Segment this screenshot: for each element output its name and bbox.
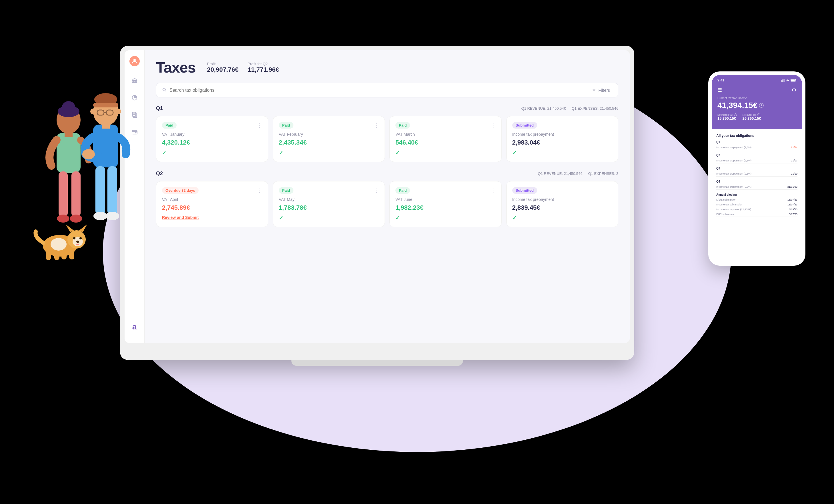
svg-rect-50: [781, 80, 782, 82]
q2-stats: Q1 REVENUE: 21,450.54€ Q1 EXPENSES: 2: [538, 171, 618, 176]
page-header: Taxes Profit 20,907.76€ Profit for Q2 11…: [156, 59, 618, 76]
net-after-tax-stat: Net after tax i 26,390.15€: [743, 113, 761, 120]
svg-rect-8: [65, 131, 72, 137]
card-header: Paid ⋮: [395, 122, 496, 129]
card-menu-icon[interactable]: ⋮: [490, 122, 496, 129]
phone-income-label: Current taxable income: [718, 96, 796, 100]
phone-tax-date-overdue: 21/04: [791, 146, 797, 149]
phone-status-icons: [781, 79, 796, 82]
phone-status-bar: 9:41: [718, 78, 796, 82]
phone-frame: 9:41 ☰ ⚙ Current taxable income 41,394.1…: [708, 71, 806, 266]
card-amount: 2,435.34€: [279, 139, 379, 146]
phone-q1: Q1 Income tax prepayment (2,3%) 21/04: [716, 140, 797, 150]
phone-income-amount: 41,394.15€ i: [718, 101, 796, 110]
svg-rect-4: [59, 171, 68, 217]
svg-point-7: [70, 215, 82, 223]
net-after-tax-label: Net after tax i: [743, 113, 761, 116]
check-icon: ✓: [279, 150, 379, 156]
phone-annual-name: EUR submission: [716, 213, 736, 216]
phone-tax-name: Income tax prepayment (2,3%): [716, 146, 751, 149]
phone-annual-row-2: Income tax submission 15/07/23: [716, 202, 797, 207]
status-badge: Paid: [395, 187, 410, 194]
card-menu-icon[interactable]: ⋮: [257, 188, 262, 194]
mobile-phone: 9:41 ☰ ⚙ Current taxable income 41,394.1…: [708, 71, 806, 266]
svg-point-34: [50, 238, 67, 250]
phone-tax-row: Income tax prepayment (2,3%) 21/01/23: [716, 184, 797, 190]
main-content: Taxes Profit 20,907.76€ Profit for Q2 11…: [145, 50, 630, 343]
card-title: VAT February: [279, 132, 379, 136]
card-amount: 546.40€: [395, 139, 496, 146]
phone-annual-date: 15/07/23: [787, 198, 797, 201]
svg-rect-52: [783, 79, 784, 82]
svg-rect-56: [791, 80, 795, 81]
q2-card-2: Paid ⋮ VAT May 1,783.78€ ✓: [273, 181, 385, 227]
q2-expenses: Q1 EXPENSES: 2: [588, 171, 619, 176]
svg-point-13: [115, 109, 121, 114]
svg-rect-23: [102, 124, 110, 129]
phone-tax-name: Income tax prepayment (2,3%): [716, 185, 751, 188]
svg-point-28: [80, 237, 82, 239]
phone-q1-label: Q1: [716, 140, 797, 144]
q2-cards-grid: Overdue 32 days ⋮ VAT April 2,745.89€ Re…: [156, 181, 618, 227]
svg-rect-32: [61, 251, 67, 259]
phone-annual-date: 15/07/23: [787, 213, 797, 216]
search-input[interactable]: [170, 88, 587, 93]
phone-screen: 9:41 ☰ ⚙ Current taxable income 41,394.1…: [712, 75, 802, 262]
info-icon-small[interactable]: i: [734, 113, 737, 116]
filter-label: Filters: [598, 88, 610, 92]
phone-menu-icon[interactable]: ☰: [718, 87, 722, 93]
q2-revenue: Q1 REVENUE: 21,450.54€: [538, 171, 582, 176]
phone-q4-label: Q4: [716, 180, 797, 183]
card-header: Paid ⋮: [279, 122, 379, 129]
search-bar: Filters: [156, 83, 618, 97]
check-icon: ✓: [395, 150, 496, 156]
phone-tax-date: 21/07: [791, 159, 797, 162]
phone-annual-name: L/S/E submission: [716, 198, 736, 201]
profit-q2-stat: Profit for Q2 11,771.96€: [248, 62, 279, 73]
phone-tax-name: Income tax prepayment (2,3%): [716, 172, 751, 175]
phone-q2: Q2 Income tax prepayment (2,3%) 21/07: [716, 154, 797, 163]
phone-q3-label: Q3: [716, 167, 797, 170]
card-title: VAT March: [395, 132, 496, 136]
card-header: Submitted: [512, 187, 613, 194]
phone-q3: Q3 Income tax prepayment (2,3%) 21/10: [716, 167, 797, 177]
phone-annual-date: 15/03/23: [787, 208, 797, 211]
phone-q2-label: Q2: [716, 154, 797, 157]
svg-point-18: [82, 149, 95, 159]
card-menu-icon[interactable]: ⋮: [374, 188, 379, 194]
phone-annual: Annual closing L/S/E submission 15/07/23…: [716, 193, 797, 217]
svg-point-12: [90, 109, 96, 114]
svg-point-21: [93, 212, 107, 220]
q1-section: Q1 Q1 REVENUE: 21,450.54€ Q1 EXPENSES: 2…: [156, 105, 618, 162]
phone-tax-row: Income tax prepayment (2,3%) 21/10: [716, 171, 797, 177]
phone-annual-label: Annual closing: [716, 193, 797, 196]
phone-annual-row-1: L/S/E submission 15/07/23: [716, 197, 797, 202]
svg-rect-55: [796, 80, 796, 81]
laptop-screen: a Taxes Profit 20,907.76€ Profit for Q2 …: [125, 50, 630, 343]
phone-gear-icon[interactable]: ⚙: [792, 87, 796, 93]
estimated-tax-stat: Estimated tax i 15,390.15€: [718, 113, 737, 120]
q2-header: Q2 Q1 REVENUE: 21,450.54€ Q1 EXPENSES: 2: [156, 171, 618, 177]
svg-point-6: [57, 215, 69, 223]
card-menu-icon[interactable]: ⋮: [257, 122, 262, 129]
income-amount-text: 41,394.15€: [718, 101, 758, 110]
svg-rect-51: [782, 80, 783, 82]
filter-button[interactable]: Filters: [590, 87, 612, 94]
q1-card-2: Paid ⋮ VAT February 2,435.34€ ✓: [273, 116, 385, 162]
card-menu-icon[interactable]: ⋮: [374, 122, 379, 129]
card-menu-icon[interactable]: ⋮: [490, 188, 496, 194]
q2-card-3: Paid ⋮ VAT June 1,982.23€ ✓: [390, 181, 502, 227]
phone-annual-date: 15/07/23: [787, 203, 797, 206]
svg-rect-30: [46, 251, 51, 260]
q1-header: Q1 Q1 REVENUE: 21,450.54€ Q1 EXPENSES: 2…: [156, 105, 618, 111]
info-icon-net[interactable]: i: [758, 113, 760, 116]
svg-point-27: [73, 237, 75, 239]
svg-rect-19: [95, 166, 105, 215]
q1-card-3: Paid ⋮ VAT March 546.40€ ✓: [390, 116, 502, 162]
info-icon[interactable]: i: [759, 103, 764, 108]
net-after-tax-value: 26,390.15€: [743, 116, 761, 120]
svg-rect-31: [54, 251, 60, 260]
phone-tax-date: 21/10: [791, 172, 797, 175]
phone-body: All your tax obligations Q1 Income tax p…: [712, 129, 802, 262]
status-badge: Paid: [279, 122, 293, 129]
